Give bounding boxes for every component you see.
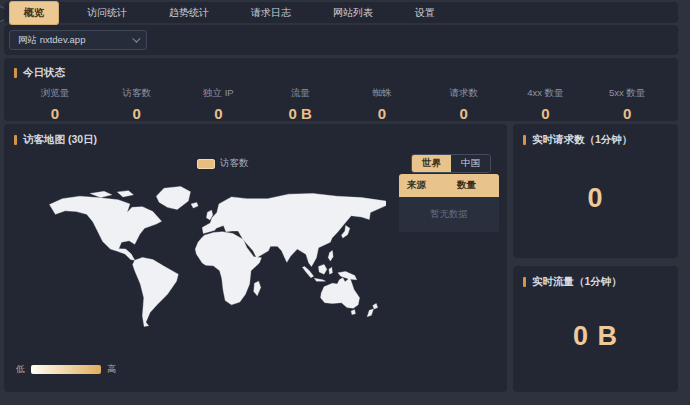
realtime-requests-panel: 实时请求数（1分钟） 0 xyxy=(513,124,678,258)
stat-label: 流量 xyxy=(259,87,341,100)
region-tab-group: 世界 中国 xyxy=(411,154,491,173)
visitor-map-title: 访客地图 (30日) xyxy=(23,133,97,147)
title-marker xyxy=(523,135,526,145)
realtime-traffic-value: 0 B xyxy=(523,289,668,383)
stat-value: 0 xyxy=(14,105,96,122)
map-scale: 低 高 xyxy=(16,363,116,376)
realtime-traffic-title-row: 实时流量（1分钟） xyxy=(523,275,668,289)
stat-value: 0 xyxy=(341,105,423,122)
stat-value: 0 xyxy=(178,105,260,122)
legend-swatch-icon xyxy=(197,159,215,169)
stat-traffic: 流量 0 B xyxy=(259,87,341,122)
realtime-requests-value: 0 xyxy=(523,147,668,249)
today-status-title-row: 今日状态 xyxy=(14,66,668,80)
source-table-header: 来源 数量 xyxy=(399,174,499,197)
stat-label: 访客数 xyxy=(96,87,178,100)
realtime-requests-title: 实时请求数（1分钟） xyxy=(532,133,632,147)
scale-gradient xyxy=(31,365,101,374)
tab-request-log[interactable]: 请求日志 xyxy=(237,2,305,24)
stats-row: 浏览量 0 访客数 0 独立 IP 0 流量 0 B 蜘蛛 0 请求数 0 4x… xyxy=(14,87,668,122)
chevron-down-icon xyxy=(132,34,140,42)
stat-spiders: 蜘蛛 0 xyxy=(341,87,423,122)
today-status-title: 今日状态 xyxy=(23,66,65,80)
stat-value: 0 xyxy=(96,105,178,122)
title-marker xyxy=(523,277,526,287)
source-table: 来源 数量 暂无数据 xyxy=(399,174,499,232)
region-tab-world[interactable]: 世界 xyxy=(412,155,451,172)
today-status-panel: 今日状态 浏览量 0 访客数 0 独立 IP 0 流量 0 B 蜘蛛 0 请求数… xyxy=(4,58,678,121)
visitor-map-panel: 访客地图 (30日) 访客数 世界 中国 来源 数量 暂无数据 xyxy=(4,124,507,392)
title-marker xyxy=(14,68,17,78)
realtime-traffic-title: 实时流量（1分钟） xyxy=(532,275,622,289)
stat-label: 请求数 xyxy=(423,87,505,100)
tab-site-list[interactable]: 网站列表 xyxy=(319,2,387,24)
scale-high-label: 高 xyxy=(107,363,116,376)
site-select[interactable]: 网站 nxtdev.app xyxy=(9,30,147,50)
stat-4xx: 4xx 数量 0 xyxy=(505,87,587,122)
stat-5xx: 5xx 数量 0 xyxy=(586,87,668,122)
stat-pageviews: 浏览量 0 xyxy=(14,87,96,122)
stat-label: 4xx 数量 xyxy=(505,87,587,100)
site-select-value: 网站 nxtdev.app xyxy=(18,34,85,47)
stat-requests: 请求数 0 xyxy=(423,87,505,122)
tab-settings[interactable]: 设置 xyxy=(401,2,449,24)
stat-value: 0 xyxy=(505,105,587,122)
map-legend[interactable]: 访客数 xyxy=(197,157,249,170)
stat-unique-ip: 独立 IP 0 xyxy=(178,87,260,122)
title-marker xyxy=(14,135,17,145)
top-nav: 概览 访问统计 趋势统计 请求日志 网站列表 设置 xyxy=(4,2,678,23)
tab-trend-stats[interactable]: 趋势统计 xyxy=(155,2,223,24)
stat-value: 0 xyxy=(586,105,668,122)
col-source: 来源 xyxy=(399,174,453,197)
legend-label: 访客数 xyxy=(220,157,249,170)
realtime-requests-title-row: 实时请求数（1分钟） xyxy=(523,133,668,147)
realtime-traffic-panel: 实时流量（1分钟） 0 B xyxy=(513,266,678,392)
stat-label: 5xx 数量 xyxy=(586,87,668,100)
world-map[interactable] xyxy=(38,176,386,364)
scale-low-label: 低 xyxy=(16,363,25,376)
toolbar: 网站 nxtdev.app xyxy=(4,25,678,55)
stat-label: 蜘蛛 xyxy=(341,87,423,100)
stat-label: 独立 IP xyxy=(178,87,260,100)
stat-visitors: 访客数 0 xyxy=(96,87,178,122)
tab-overview[interactable]: 概览 xyxy=(9,1,59,25)
region-tab-china[interactable]: 中国 xyxy=(451,155,490,172)
stat-value: 0 B xyxy=(259,105,341,122)
stat-value: 0 xyxy=(423,105,505,122)
visitor-map-title-row: 访客地图 (30日) xyxy=(14,133,497,147)
col-count: 数量 xyxy=(453,174,499,197)
tab-visit-stats[interactable]: 访问统计 xyxy=(73,2,141,24)
stat-label: 浏览量 xyxy=(14,87,96,100)
table-empty-text: 暂无数据 xyxy=(399,197,499,232)
